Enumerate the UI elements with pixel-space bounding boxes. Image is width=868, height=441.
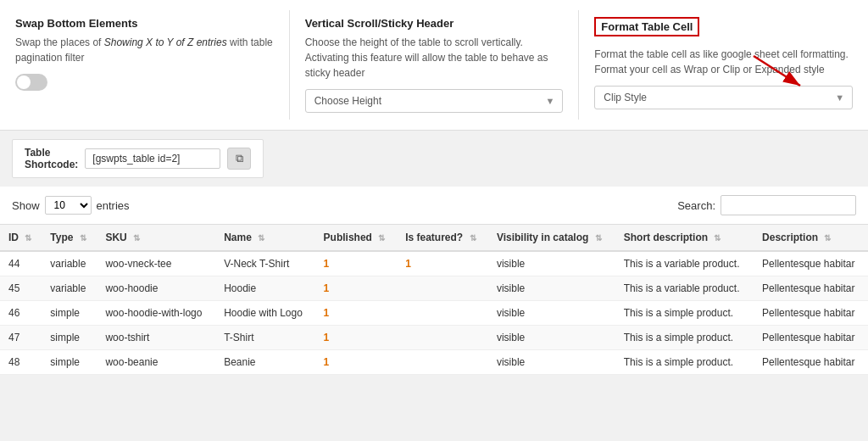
cell-published: 1 — [315, 326, 398, 350]
sort-desc-icon: ⇅ — [824, 233, 831, 243]
table-row: 48simplewoo-beanieBeanie1visibleThis is … — [0, 350, 868, 375]
shortcode-label: TableShortcode: — [25, 147, 78, 170]
col-type[interactable]: Type ⇅ — [42, 225, 97, 252]
cell-sku: woo-beanie — [97, 350, 215, 375]
cell-visibility: visible — [488, 326, 615, 350]
copy-shortcode-button[interactable]: ⧉ — [227, 148, 251, 170]
cell-id: 46 — [0, 301, 42, 326]
search-wrap: Search: — [677, 195, 856, 215]
table-header-row: ID ⇅ Type ⇅ SKU ⇅ Name ⇅ Published ⇅ Is … — [0, 225, 868, 252]
sort-published-icon: ⇅ — [378, 233, 385, 243]
toggle-wrap — [15, 74, 274, 91]
cell-visibility: visible — [488, 350, 615, 375]
data-table: ID ⇅ Type ⇅ SKU ⇅ Name ⇅ Published ⇅ Is … — [0, 224, 868, 375]
cell-name: Hoodie with Logo — [215, 301, 314, 326]
svg-line-1 — [754, 56, 800, 86]
shortcode-box: TableShortcode: ⧉ — [12, 139, 264, 178]
search-label: Search: — [677, 199, 715, 212]
cell-visibility: visible — [488, 276, 615, 301]
panel-scroll-title: Vertical Scroll/Sticky Header — [305, 17, 564, 30]
panel-swap-desc: Swap the places of Showing X to Y of Z e… — [15, 35, 274, 65]
height-select-wrap: Choose Height 100px 200px 300px 400px 50… — [305, 89, 564, 113]
panel-scroll: Vertical Scroll/Sticky Header Choose the… — [290, 10, 580, 120]
cell-id: 47 — [0, 326, 42, 350]
cell-type: simple — [42, 326, 97, 350]
cell-name: Hoodie — [215, 276, 314, 301]
cell-short_desc: This is a simple product. — [615, 326, 754, 350]
table-body: 44variablewoo-vneck-teeV-Neck T-Shirt11v… — [0, 251, 868, 375]
table-row: 47simplewoo-tshirtT-Shirt1visibleThis is… — [0, 326, 868, 350]
col-id[interactable]: ID ⇅ — [0, 225, 42, 252]
height-select[interactable]: Choose Height 100px 200px 300px 400px 50… — [305, 89, 564, 113]
cell-short_desc: This is a simple product. — [615, 350, 754, 375]
cell-type: variable — [42, 251, 97, 276]
sort-sku-icon: ⇅ — [133, 233, 140, 243]
sort-id-icon: ⇅ — [25, 233, 31, 243]
col-description[interactable]: Description ⇅ — [754, 225, 868, 252]
cell-name: V-Neck T-Shirt — [215, 251, 314, 276]
cell-published: 1 — [315, 276, 398, 301]
cell-is_featured — [397, 350, 488, 375]
cell-visibility: visible — [488, 251, 615, 276]
cell-description: Pellentesque habitar — [754, 350, 868, 375]
search-input[interactable] — [721, 195, 856, 215]
panel-scroll-desc: Choose the height of the table to scroll… — [305, 35, 564, 81]
table-row: 46simplewoo-hoodie-with-logoHoodie with … — [0, 301, 868, 326]
sort-name-icon: ⇅ — [258, 233, 264, 243]
cell-is_featured: 1 — [397, 251, 488, 276]
col-published[interactable]: Published ⇅ — [315, 225, 398, 252]
cell-id: 44 — [0, 251, 42, 276]
col-name[interactable]: Name ⇅ — [215, 225, 314, 252]
panel-swap: Swap Bottom Elements Swap the places of … — [0, 10, 290, 120]
cell-is_featured — [397, 276, 488, 301]
cell-short_desc: This is a variable product. — [615, 251, 754, 276]
cell-type: simple — [42, 301, 97, 326]
entries-label: entries — [97, 199, 130, 212]
panel-format: Format Table Cell Format the table cell … — [579, 10, 868, 120]
cell-is_featured — [397, 326, 488, 350]
panel-format-title: Format Table Cell — [594, 17, 699, 36]
entries-select[interactable]: 10 25 50 100 — [45, 196, 92, 215]
show-label: Show — [12, 199, 40, 212]
cell-short_desc: This is a simple product. — [615, 301, 754, 326]
col-featured[interactable]: Is featured? ⇅ — [397, 225, 488, 252]
cell-description: Pellentesque habitar — [754, 251, 868, 276]
sort-visibility-icon: ⇅ — [595, 233, 602, 243]
cell-description: Pellentesque habitar — [754, 326, 868, 350]
cell-type: variable — [42, 276, 97, 301]
cell-published: 1 — [315, 251, 398, 276]
col-sku[interactable]: SKU ⇅ — [97, 225, 215, 252]
sort-featured-icon: ⇅ — [470, 233, 476, 243]
sort-type-icon: ⇅ — [80, 233, 86, 243]
shortcode-row: TableShortcode: ⧉ — [0, 131, 868, 187]
cell-visibility: visible — [488, 301, 615, 326]
panel-swap-title: Swap Bottom Elements — [15, 17, 274, 30]
cell-sku: woo-tshirt — [97, 326, 215, 350]
cell-short_desc: This is a variable product. — [615, 276, 754, 301]
col-visibility[interactable]: Visibility in catalog ⇅ — [488, 225, 615, 252]
top-panels: Swap Bottom Elements Swap the places of … — [0, 0, 868, 131]
cell-sku: woo-hoodie-with-logo — [97, 301, 215, 326]
cell-name: T-Shirt — [215, 326, 314, 350]
cell-id: 45 — [0, 276, 42, 301]
cell-published: 1 — [315, 301, 398, 326]
table-row: 44variablewoo-vneck-teeV-Neck T-Shirt11v… — [0, 251, 868, 276]
cell-description: Pellentesque habitar — [754, 301, 868, 326]
cell-sku: woo-hoodie — [97, 276, 215, 301]
table-row: 45variablewoo-hoodieHoodie1visibleThis i… — [0, 276, 868, 301]
cell-type: simple — [42, 350, 97, 375]
col-short-desc[interactable]: Short description ⇅ — [615, 225, 754, 252]
swap-toggle[interactable] — [15, 74, 47, 91]
show-entries: Show 10 25 50 100 entries — [12, 196, 130, 215]
cell-description: Pellentesque habitar — [754, 276, 868, 301]
red-arrow-indicator — [749, 52, 817, 94]
table-controls: Show 10 25 50 100 entries Search: — [0, 187, 868, 224]
cell-sku: woo-vneck-tee — [97, 251, 215, 276]
sort-shortdesc-icon: ⇅ — [714, 233, 721, 243]
cell-published: 1 — [315, 350, 398, 375]
shortcode-input[interactable] — [85, 148, 220, 169]
cell-name: Beanie — [215, 350, 314, 375]
cell-id: 48 — [0, 350, 42, 375]
cell-is_featured — [397, 301, 488, 326]
